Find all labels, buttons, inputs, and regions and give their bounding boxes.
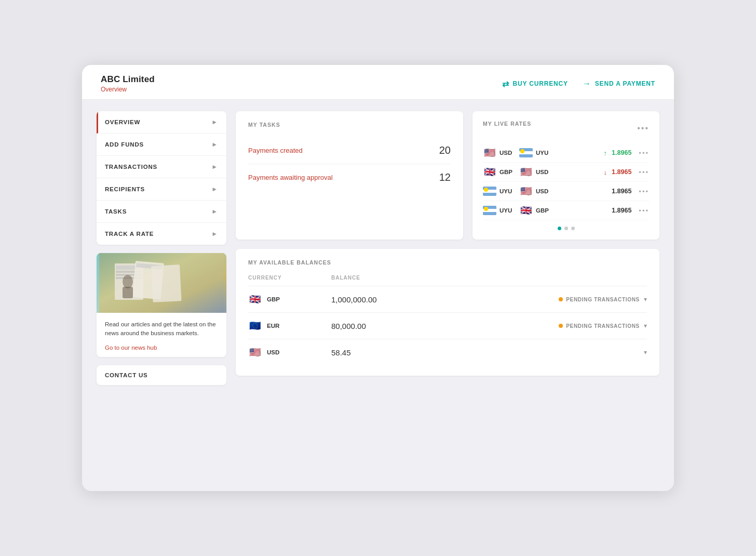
rates-panel: MY LIVE RATES ••• 🇺🇸 USD UYU ↑ 1.8965 ••…: [473, 111, 659, 240]
balance-row-gbp: 🇬🇧 GBP 1,000,000.00 PENDING TRANSACTIONS…: [248, 286, 647, 313]
header-actions: ⇄ BUY CURRENCY → SEND A PAYMENT: [502, 79, 655, 89]
sidebar-label-add-funds: ADD FUNDS: [105, 141, 144, 148]
currency-from-2: UYU: [500, 188, 516, 194]
rate-value-1: 1.8965: [612, 168, 631, 176]
sidebar-label-track-a-rate: TRACK A RATE: [105, 231, 154, 237]
news-illustration: [99, 253, 224, 313]
col-header-balance: BALANCE: [331, 275, 647, 281]
top-row: MY TASKS Payments created 20 Payments aw…: [236, 111, 659, 240]
company-name: ABC Limited: [101, 74, 155, 85]
flag-uyu-0: [519, 148, 533, 157]
arrow-icon-add-funds: ►: [211, 141, 218, 148]
flag-usd-0: 🇺🇸: [483, 148, 496, 157]
dot-3[interactable]: [571, 227, 575, 230]
chevron-down-usd[interactable]: ▾: [644, 349, 647, 356]
rate-row-3: UYU 🇬🇧 GBP 1.8965 •••: [483, 201, 649, 220]
rate-row-0: 🇺🇸 USD UYU ↑ 1.8965 •••: [483, 143, 649, 163]
task-link-created[interactable]: Payments created: [248, 147, 303, 154]
sidebar-menu: OVERVIEW ► ADD FUNDS ► TRANSACTIONS ► RE…: [97, 111, 226, 245]
dot-2[interactable]: [564, 227, 568, 230]
balance-row-usd: 🇺🇸 USD 58.45 ▾: [248, 339, 647, 365]
status-dot-eur: [559, 324, 563, 328]
rate-value-3: 1.8965: [612, 207, 631, 214]
sidebar-label-overview: OVERVIEW: [105, 119, 140, 125]
currency-to-2: USD: [536, 188, 552, 194]
news-card: Read our articles and get the latest on …: [97, 253, 226, 357]
flag-uyu-2: [483, 187, 496, 196]
send-payment-button[interactable]: → SEND A PAYMENT: [583, 79, 655, 88]
status-text-eur: PENDING TRANSACTIONS: [566, 323, 640, 329]
sidebar-item-tasks[interactable]: TASKS ►: [97, 201, 226, 223]
news-content: Read our articles and get the latest on …: [97, 313, 226, 357]
currency-code-gbp: GBP: [267, 296, 284, 302]
flag-uyu-3: [483, 206, 496, 215]
trend-up-icon-0: ↑: [604, 149, 608, 157]
task-link-approval[interactable]: Payments awaiting approval: [248, 174, 333, 181]
balance-amount-eur: 80,000.00: [331, 322, 559, 330]
flag-usd-balance: 🇺🇸: [248, 348, 262, 357]
news-image: [97, 253, 226, 313]
svg-point-10: [123, 275, 133, 288]
sidebar-item-add-funds[interactable]: ADD FUNDS ►: [97, 134, 226, 156]
sidebar-label-transactions: TRANSACTIONS: [105, 164, 157, 170]
rate-more-2[interactable]: •••: [639, 188, 649, 195]
balance-currency-gbp: 🇬🇧 GBP: [248, 295, 331, 304]
header-left: ABC Limited Overview: [101, 74, 155, 93]
balances-header: MY AVAILABLE BALANCES: [248, 259, 647, 266]
breadcrumb[interactable]: Overview: [101, 86, 155, 93]
balances-title: MY AVAILABLE BALANCES: [248, 259, 647, 266]
sidebar-item-track-a-rate[interactable]: TRACK A RATE ►: [97, 223, 226, 245]
arrow-icon-overview: ►: [211, 118, 218, 126]
sidebar-item-recipients[interactable]: RECIPIENTS ►: [97, 178, 226, 201]
send-payment-label: SEND A PAYMENT: [595, 80, 655, 87]
content-area: MY TASKS Payments created 20 Payments aw…: [236, 111, 659, 385]
svg-rect-11: [123, 287, 133, 298]
balance-status-gbp: PENDING TRANSACTIONS: [559, 297, 640, 302]
buy-currency-button[interactable]: ⇄ BUY CURRENCY: [502, 79, 568, 89]
rates-more-icon[interactable]: •••: [637, 124, 649, 133]
buy-currency-icon: ⇄: [502, 79, 509, 89]
currency-to-3: GBP: [536, 207, 552, 214]
rates-header: MY LIVE RATES •••: [483, 121, 649, 136]
flag-gbp-balance: 🇬🇧: [248, 295, 262, 304]
arrow-icon-track-a-rate: ►: [211, 230, 218, 237]
rate-more-0[interactable]: •••: [639, 149, 649, 157]
sidebar-label-tasks: TASKS: [105, 208, 127, 215]
tasks-panel-title: MY TASKS: [248, 122, 451, 128]
col-header-currency: CURRENCY: [248, 275, 331, 281]
rate-more-1[interactable]: •••: [639, 168, 649, 176]
news-text: Read our articles and get the latest on …: [105, 320, 218, 338]
currency-from-0: USD: [500, 150, 516, 156]
chevron-down-gbp[interactable]: ▾: [644, 296, 647, 303]
rate-row-1: 🇬🇧 GBP 🇺🇸 USD ↓ 1.8965 •••: [483, 163, 649, 182]
flag-gbp-1: 🇬🇧: [483, 167, 496, 177]
chevron-down-eur[interactable]: ▾: [644, 322, 647, 329]
news-hub-link[interactable]: Go to our news hub: [105, 345, 218, 351]
trend-down-icon-1: ↓: [604, 168, 608, 176]
flag-eur-balance: 🇪🇺: [248, 321, 262, 330]
currency-code-eur: EUR: [267, 323, 284, 329]
sidebar: OVERVIEW ► ADD FUNDS ► TRANSACTIONS ► RE…: [97, 111, 226, 385]
currency-from-1: GBP: [500, 169, 516, 175]
task-row-approval: Payments awaiting approval 12: [248, 164, 451, 191]
balance-status-eur: PENDING TRANSACTIONS: [559, 323, 640, 329]
sidebar-item-transactions[interactable]: TRANSACTIONS ►: [97, 156, 226, 178]
buy-currency-label: BUY CURRENCY: [512, 80, 568, 87]
tasks-panel: MY TASKS Payments created 20 Payments aw…: [236, 111, 463, 240]
dot-1[interactable]: [558, 227, 561, 230]
app-container: ABC Limited Overview ⇄ BUY CURRENCY → SE…: [82, 65, 674, 491]
currency-code-usd: USD: [267, 349, 284, 355]
balance-amount-usd: 58.45: [331, 348, 640, 357]
dots-nav: [483, 227, 649, 230]
sidebar-item-overview[interactable]: OVERVIEW ►: [97, 111, 226, 134]
balances-panel: MY AVAILABLE BALANCES CURRENCY BALANCE 🇬…: [236, 249, 659, 376]
header: ABC Limited Overview ⇄ BUY CURRENCY → SE…: [82, 65, 674, 100]
balance-row-eur: 🇪🇺 EUR 80,000.00 PENDING TRANSACTIONS ▾: [248, 313, 647, 339]
rate-more-3[interactable]: •••: [639, 207, 649, 215]
contact-us-bar[interactable]: CONTACT US: [97, 365, 226, 385]
contact-us-label: CONTACT US: [105, 372, 148, 378]
task-count-created: 20: [439, 144, 451, 156]
status-dot-gbp: [559, 297, 563, 301]
currency-to-0: UYU: [536, 150, 552, 156]
send-payment-icon: →: [583, 79, 591, 88]
